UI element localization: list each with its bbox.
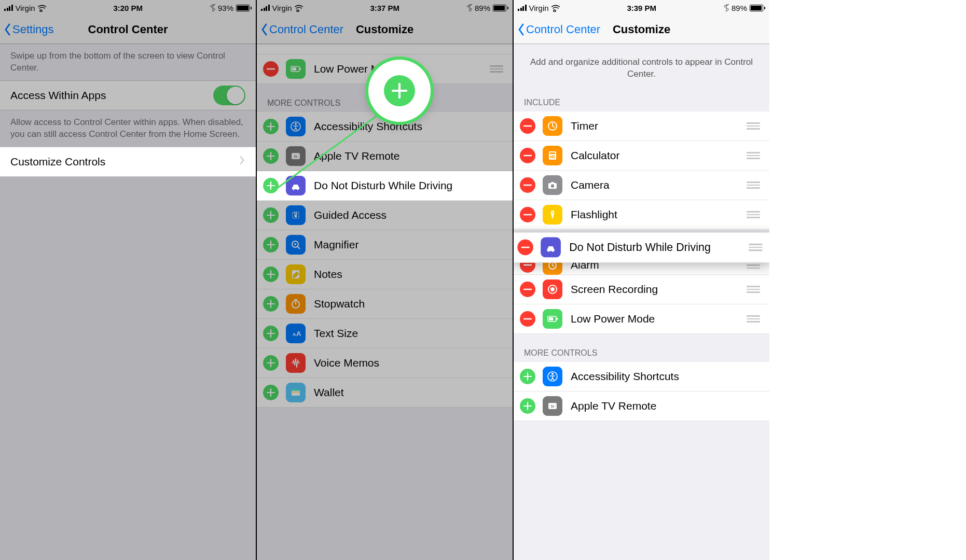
include-row-low-power[interactable]: Low Power Mode: [514, 304, 769, 334]
stopwatch-icon: [286, 294, 306, 314]
nav-bar: Control Center Customize: [257, 16, 513, 44]
signal-icon: [518, 5, 527, 11]
drag-handle[interactable]: [747, 286, 760, 293]
row-label: Timer: [571, 120, 598, 132]
more-row-accessibility[interactable]: Accessibility Shortcuts: [514, 362, 769, 391]
more-row-stopwatch[interactable]: Stopwatch: [257, 289, 513, 319]
camera-icon: [543, 175, 562, 195]
more-row-voice-memos[interactable]: Voice Memos: [257, 348, 513, 378]
row-label: Low Power Mode: [571, 313, 655, 325]
status-bar: Virgin 3:37 PM 89%: [257, 0, 513, 16]
add-button[interactable]: [263, 119, 279, 134]
include-header: INCLUDE: [514, 93, 769, 111]
row-label: Voice Memos: [314, 357, 379, 369]
drag-handle[interactable]: [747, 152, 760, 159]
drag-handle[interactable]: [747, 122, 760, 130]
voice-memos-icon: [286, 353, 306, 373]
remove-button[interactable]: [263, 61, 279, 77]
remove-button[interactable]: [520, 282, 535, 297]
customize-controls-row[interactable]: Customize Controls: [0, 147, 256, 176]
remove-button[interactable]: [520, 207, 535, 222]
more-row-apple-tv[interactable]: Apple TV Remote: [257, 142, 513, 171]
status-bar: Virgin 3:39 PM 89%: [514, 0, 769, 16]
include-row-screen-recording[interactable]: Screen Recording: [514, 275, 769, 304]
wifi-icon: [295, 4, 303, 12]
magnifier-icon: [286, 235, 306, 255]
remove-button[interactable]: [520, 148, 535, 163]
low-power-icon: [286, 59, 306, 79]
screen-control-center: Virgin 3:20 PM 93% Settings Control Cent…: [0, 0, 256, 560]
more-row-apple-tv[interactable]: Apple TV Remote: [514, 391, 769, 421]
drag-handle[interactable]: [749, 244, 763, 251]
back-button[interactable]: Control Center: [260, 23, 343, 36]
carrier-label: Virgin: [529, 4, 549, 12]
wifi-icon: [38, 4, 46, 12]
drag-handle[interactable]: [747, 211, 760, 218]
more-row-wallet[interactable]: Wallet: [257, 378, 513, 408]
accessibility-icon: [543, 367, 562, 386]
nav-bar: Settings Control Center: [0, 16, 256, 44]
more-row-magnifier[interactable]: Magnifier: [257, 230, 513, 260]
row-label: Wallet: [314, 386, 344, 399]
signal-icon: [261, 5, 270, 11]
add-button[interactable]: [263, 207, 279, 223]
add-button[interactable]: [263, 237, 279, 253]
remove-button[interactable]: [520, 177, 535, 193]
chevron-right-icon: [239, 155, 245, 168]
row-label: Flashlight: [571, 208, 617, 221]
drag-handle[interactable]: [747, 262, 760, 269]
include-row-flashlight[interactable]: Flashlight: [514, 200, 769, 230]
add-button[interactable]: [263, 326, 279, 341]
battery-pct: 89%: [732, 4, 747, 12]
row-label: Screen Recording: [571, 283, 658, 296]
remove-button[interactable]: [517, 240, 533, 256]
wallet-icon: [286, 383, 306, 402]
add-button[interactable]: [520, 398, 535, 414]
row-label: Do Not Disturb While Driving: [314, 179, 452, 192]
include-row-dnd-driving[interactable]: Do Not Disturb While Driving: [514, 232, 769, 262]
bluetooth-icon: [467, 4, 472, 12]
customize-label: Customize Controls: [10, 156, 105, 168]
nav-bar: Control Center Customize: [514, 16, 769, 44]
access-toggle[interactable]: [213, 86, 245, 105]
drag-handle[interactable]: [747, 181, 760, 189]
page-title: Control Center: [88, 23, 168, 36]
more-row-notes[interactable]: Notes: [257, 260, 513, 289]
calculator-icon: [543, 146, 562, 165]
drag-handle[interactable]: [490, 65, 503, 73]
low-power-icon: [543, 309, 562, 329]
row-label: Magnifier: [314, 239, 358, 251]
callout-add-bubble: [368, 60, 431, 122]
include-row-calculator[interactable]: Calculator: [514, 141, 769, 171]
row-label: Notes: [314, 268, 342, 281]
guided-access-icon: [286, 205, 306, 225]
remove-button[interactable]: [520, 118, 535, 134]
battery-icon: [236, 5, 252, 11]
clock: 3:37 PM: [370, 4, 399, 12]
back-button[interactable]: Control Center: [517, 23, 600, 36]
more-row-text-size[interactable]: Text Size: [257, 319, 513, 348]
include-row-camera[interactable]: Camera: [514, 171, 769, 200]
drag-handle[interactable]: [747, 315, 760, 323]
row-label: Accessibility Shortcuts: [571, 370, 679, 383]
add-button[interactable]: [263, 355, 279, 371]
remove-button[interactable]: [520, 311, 535, 327]
add-button[interactable]: [263, 296, 279, 312]
carrier-label: Virgin: [16, 4, 35, 12]
flashlight-icon: [543, 205, 562, 225]
add-button[interactable]: [263, 267, 279, 282]
back-label: Control Center: [269, 23, 343, 36]
battery-icon: [750, 5, 765, 11]
include-row-partial[interactable]: [257, 44, 513, 54]
include-row-timer[interactable]: Timer: [514, 111, 769, 141]
more-row-guided-access[interactable]: Guided Access: [257, 201, 513, 230]
add-button[interactable]: [263, 385, 279, 400]
add-button[interactable]: [263, 148, 279, 164]
back-button[interactable]: Settings: [3, 23, 54, 36]
back-label: Control Center: [526, 23, 600, 36]
bluetooth-icon: [724, 4, 729, 12]
add-button[interactable]: [263, 178, 279, 193]
apple-tv-icon: [286, 146, 306, 166]
apple-tv-icon: [543, 396, 562, 416]
add-button[interactable]: [520, 369, 535, 384]
